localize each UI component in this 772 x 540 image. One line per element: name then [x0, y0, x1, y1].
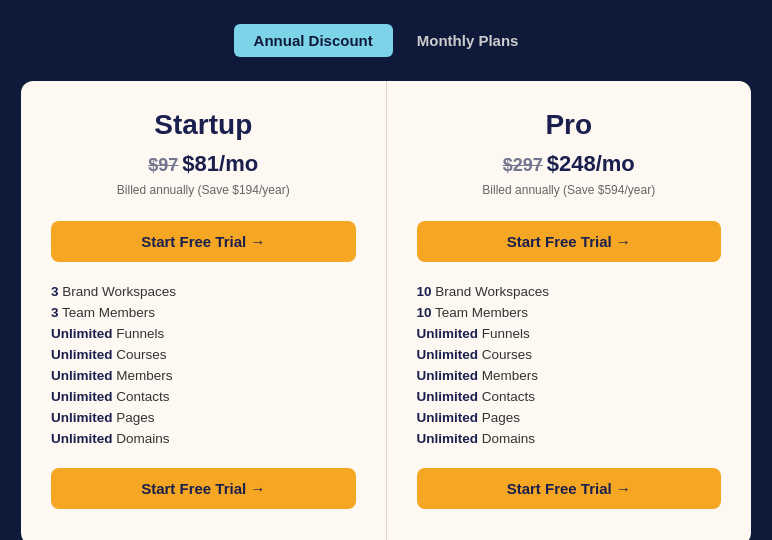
monthly-plans-button[interactable]: Monthly Plans: [397, 24, 539, 57]
startup-price-new: $81/mo: [182, 151, 258, 177]
list-item: Unlimited Contacts: [417, 389, 722, 404]
list-item: Unlimited Contacts: [51, 389, 356, 404]
startup-plan-title: Startup: [154, 109, 252, 141]
startup-cta-top-button[interactable]: Start Free Trial →: [51, 221, 356, 262]
plans-container: Startup $97 $81/mo Billed annually (Save…: [21, 81, 751, 540]
list-item: 10 Brand Workspaces: [417, 284, 722, 299]
startup-billing-text: Billed annually (Save $194/year): [117, 183, 290, 197]
pro-billing-text: Billed annually (Save $594/year): [482, 183, 655, 197]
list-item: 10 Team Members: [417, 305, 722, 320]
annual-discount-button[interactable]: Annual Discount: [234, 24, 393, 57]
list-item: Unlimited Courses: [51, 347, 356, 362]
pro-features-list: 10 Brand Workspaces 10 Team Members Unli…: [417, 284, 722, 446]
list-item: Unlimited Members: [51, 368, 356, 383]
startup-cta-bottom-button[interactable]: Start Free Trial →: [51, 468, 356, 509]
startup-features-list: 3 Brand Workspaces 3 Team Members Unlimi…: [51, 284, 356, 446]
list-item: 3 Brand Workspaces: [51, 284, 356, 299]
list-item: Unlimited Domains: [51, 431, 356, 446]
list-item: Unlimited Pages: [417, 410, 722, 425]
plan-toggle: Annual Discount Monthly Plans: [234, 24, 539, 57]
pro-plan-card: Pro $297 $248/mo Billed annually (Save $…: [387, 81, 752, 540]
pro-cta-top-button[interactable]: Start Free Trial →: [417, 221, 722, 262]
pro-plan-title: Pro: [545, 109, 592, 141]
list-item: Unlimited Domains: [417, 431, 722, 446]
list-item: Unlimited Funnels: [417, 326, 722, 341]
startup-price: $97 $81/mo: [148, 151, 258, 177]
list-item: 3 Team Members: [51, 305, 356, 320]
pro-cta-bottom-button[interactable]: Start Free Trial →: [417, 468, 722, 509]
list-item: Unlimited Courses: [417, 347, 722, 362]
startup-price-old: $97: [148, 155, 178, 176]
pro-price: $297 $248/mo: [503, 151, 635, 177]
list-item: Unlimited Members: [417, 368, 722, 383]
pro-price-new: $248/mo: [547, 151, 635, 177]
pro-price-old: $297: [503, 155, 543, 176]
list-item: Unlimited Pages: [51, 410, 356, 425]
list-item: Unlimited Funnels: [51, 326, 356, 341]
startup-plan-card: Startup $97 $81/mo Billed annually (Save…: [21, 81, 387, 540]
